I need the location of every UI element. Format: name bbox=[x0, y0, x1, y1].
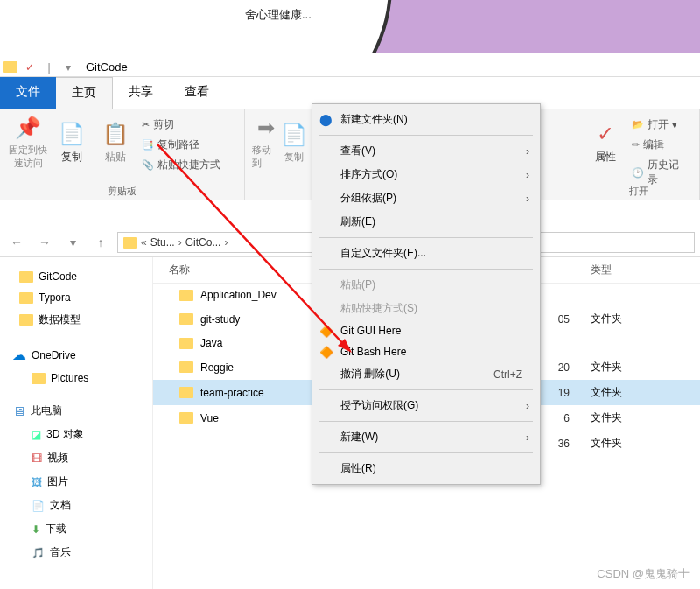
folder-icon bbox=[179, 387, 193, 398]
folder-app-icon bbox=[4, 60, 18, 74]
chevron-right-icon: › bbox=[526, 169, 529, 181]
window-title: GitCode bbox=[86, 60, 128, 74]
cm-undo-delete[interactable]: 撤消 删除(U)Ctrl+Z bbox=[314, 362, 538, 386]
desktop-text: 舍心理健康... bbox=[245, 7, 312, 23]
breadcrumb-folder-icon bbox=[123, 237, 137, 249]
tab-file[interactable]: 文件 bbox=[0, 77, 56, 109]
tree-images[interactable]: 🖼图片 bbox=[0, 470, 152, 494]
cm-sort[interactable]: 排序方式(O)› bbox=[314, 163, 538, 186]
tree-thispc[interactable]: 🖥此电脑 bbox=[0, 399, 152, 423]
col-header-type[interactable]: 类型 bbox=[591, 263, 696, 277]
cm-git-gui[interactable]: 🔶Git GUI Here bbox=[314, 320, 538, 341]
chevron-right-icon: › bbox=[526, 431, 529, 444]
cm-customize[interactable]: 自定义文件夹(E)... bbox=[314, 242, 538, 265]
cm-refresh[interactable]: 刷新(E) bbox=[314, 210, 538, 234]
paste-button[interactable]: 📋粘贴 bbox=[94, 112, 136, 173]
watermark: CSDN @鬼鬼骑士 bbox=[597, 566, 690, 582]
folder-icon bbox=[179, 313, 193, 325]
clipboard-group-label: 剪贴板 bbox=[0, 185, 244, 198]
tree-docs[interactable]: 📄文档 bbox=[0, 494, 152, 517]
shortcut-label: Ctrl+Z bbox=[494, 368, 522, 381]
cm-paste: 粘贴(P) bbox=[314, 273, 538, 297]
chevron-right-icon: › bbox=[526, 193, 529, 205]
git-icon: 🔶 bbox=[319, 346, 333, 359]
breadcrumb-seg-2[interactable]: GitCo... bbox=[186, 236, 221, 249]
nav-forward-button[interactable]: → bbox=[33, 231, 56, 254]
folder-icon bbox=[179, 290, 193, 301]
qat-separator: | bbox=[42, 60, 56, 74]
tree-datamodel[interactable]: 数据模型 bbox=[0, 308, 152, 332]
cut-button[interactable]: ✂ 剪切 bbox=[142, 117, 220, 132]
nav-up-button[interactable]: ↑ bbox=[89, 231, 112, 254]
chevron-right-icon: › bbox=[526, 145, 529, 158]
copy-to-button[interactable]: 📄复制 bbox=[281, 112, 307, 173]
folder-icon bbox=[179, 361, 193, 373]
context-menu: ⬤新建文件夹(N) 查看(V)› 排序方式(O)› 分组依据(P)› 刷新(E)… bbox=[312, 103, 541, 485]
tree-gitcode[interactable]: GitCode bbox=[0, 266, 152, 287]
tree-pictures[interactable]: Pictures bbox=[0, 368, 152, 389]
tree-3d[interactable]: ◪3D 对象 bbox=[0, 423, 152, 446]
move-to-button[interactable]: ➡移动到 bbox=[252, 112, 279, 173]
tree-onedrive[interactable]: ☁OneDrive bbox=[0, 342, 152, 368]
tab-view[interactable]: 查看 bbox=[169, 77, 225, 109]
breadcrumb-seg-1[interactable]: Stu... bbox=[150, 236, 175, 249]
qat-check-icon[interactable]: ✓ bbox=[23, 60, 37, 74]
copy-path-button[interactable]: 📑 复制路径 bbox=[142, 137, 220, 152]
tree-downloads[interactable]: ⬇下载 bbox=[0, 517, 152, 541]
folder-icon bbox=[179, 412, 193, 424]
cm-paste-shortcut: 粘贴快捷方式(S) bbox=[314, 297, 538, 320]
open-group-label: 打开 bbox=[578, 185, 699, 198]
cm-grant-access[interactable]: 授予访问权限(G)› bbox=[314, 394, 538, 417]
qat-dropdown-icon[interactable]: ▾ bbox=[61, 60, 75, 74]
tab-share[interactable]: 共享 bbox=[113, 77, 169, 109]
titlebar: ✓ | ▾ GitCode bbox=[0, 58, 700, 77]
tree-video[interactable]: 🎞视频 bbox=[0, 446, 152, 470]
copy-button[interactable]: 📄复制 bbox=[51, 112, 93, 173]
nav-history-button[interactable]: ▾ bbox=[61, 231, 84, 254]
cm-view[interactable]: 查看(V)› bbox=[314, 139, 538, 163]
git-icon: 🔶 bbox=[319, 325, 333, 338]
paste-shortcut-button[interactable]: 📎 粘贴快捷方式 bbox=[142, 158, 220, 172]
nav-back-button[interactable]: ← bbox=[5, 231, 28, 254]
folder-icon bbox=[179, 338, 193, 349]
tab-home[interactable]: 主页 bbox=[56, 77, 113, 109]
tree-typora[interactable]: Typora bbox=[0, 287, 152, 308]
cm-new[interactable]: 新建(W)› bbox=[314, 425, 538, 449]
history-button[interactable]: 🕑 历史记录 bbox=[632, 158, 689, 187]
nav-tree: GitCode Typora 数据模型 ☁OneDrive Pictures 🖥… bbox=[0, 257, 153, 589]
cm-group[interactable]: 分组依据(P)› bbox=[314, 186, 538, 210]
sphere-icon: ⬤ bbox=[319, 113, 332, 126]
cm-properties[interactable]: 属性(R) bbox=[314, 457, 538, 480]
edit-button[interactable]: ✏ 编辑 bbox=[632, 137, 689, 152]
properties-button[interactable]: ✓属性 bbox=[584, 112, 626, 173]
chevron-right-icon: › bbox=[526, 400, 529, 412]
pin-button[interactable]: 📌固定到快速访问 bbox=[7, 112, 49, 173]
cm-git-bash[interactable]: 🔶Git Bash Here bbox=[314, 341, 538, 362]
cm-new-folder[interactable]: ⬤新建文件夹(N) bbox=[314, 108, 538, 131]
open-button[interactable]: 📂 打开 ▾ bbox=[632, 117, 689, 132]
tree-music[interactable]: 🎵音乐 bbox=[0, 541, 152, 564]
